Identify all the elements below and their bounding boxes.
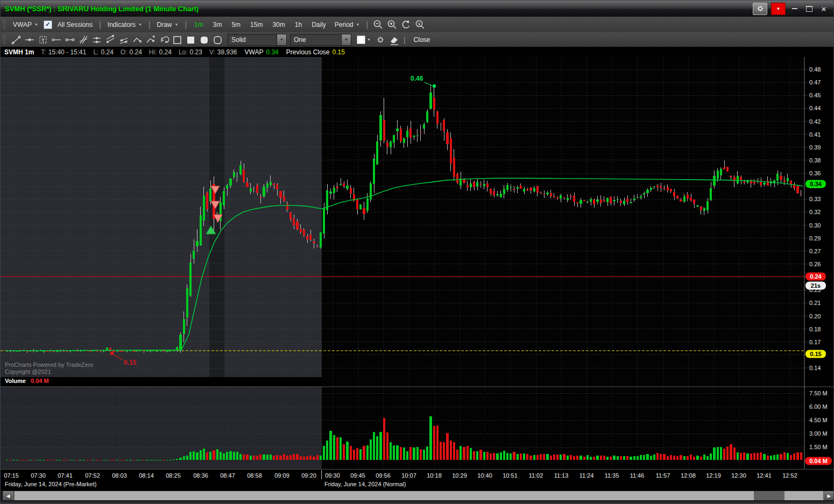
select-dropdown-button[interactable]: ▼ xyxy=(277,34,286,45)
symbol-interval-label: SVMH 1m xyxy=(4,48,34,56)
sloped-channel-tool[interactable] xyxy=(103,33,117,46)
segment-tool[interactable] xyxy=(63,33,76,46)
zoom-one-icon: 1 xyxy=(415,19,425,30)
toolbar-grip[interactable] xyxy=(3,20,6,30)
field-label: Hi: xyxy=(149,48,157,56)
zoom-reset-button[interactable] xyxy=(399,18,413,31)
minimize-button[interactable] xyxy=(789,3,800,14)
rounded-filled-icon xyxy=(199,34,210,46)
parallel-channel-icon xyxy=(91,34,102,46)
volume-pane-header: Volume 0.04 M xyxy=(5,378,49,384)
timeframe-3m[interactable]: 3m xyxy=(208,21,227,29)
price-tick-label: 0.32 xyxy=(809,209,821,215)
settings-button[interactable] xyxy=(753,3,767,15)
time-tick-label: 11:24 xyxy=(579,472,594,479)
title-bar: SVMH (*SSR*) : SRIVARU Holding Limited (… xyxy=(1,1,833,17)
triangle-right-icon: ▶ xyxy=(828,493,831,499)
zoom-out-icon xyxy=(373,19,383,30)
parallel-channel-tool[interactable] xyxy=(90,33,103,46)
trend-line-tool[interactable] xyxy=(9,33,23,46)
square-filled-tool[interactable] xyxy=(184,33,197,46)
timeframe-5m[interactable]: 5m xyxy=(227,21,245,29)
time-axis[interactable]: Friday, June 14, 2024 (Pre-Market) Frida… xyxy=(1,469,834,491)
volume-tick-label: 6.00 M xyxy=(809,403,828,410)
text-tool[interactable]: T xyxy=(36,33,50,46)
caret-down-icon: ▼ xyxy=(280,38,284,41)
scroll-left-button[interactable]: ◀ xyxy=(3,491,13,500)
price-tick-label: 0.39 xyxy=(809,144,821,151)
timeframe-15m[interactable]: 15m xyxy=(245,21,267,29)
rounded-filled-tool[interactable] xyxy=(197,33,211,46)
zoom-out-button[interactable] xyxy=(371,18,385,31)
caret-down-icon[interactable]: ▼ xyxy=(367,38,371,41)
scrollbar-thumb[interactable] xyxy=(15,491,754,500)
indicators-dropdown[interactable]: Indicators ▼ xyxy=(104,21,146,29)
price-tick-label: 0.26 xyxy=(809,261,821,267)
ray-tool[interactable] xyxy=(50,33,63,46)
vwap-field-label: VWAP xyxy=(245,48,264,56)
field-value: 0.24 xyxy=(159,48,172,56)
svg-text:F: F xyxy=(161,37,164,43)
rounded-outline-tool[interactable] xyxy=(211,33,224,46)
toolbar-grip[interactable] xyxy=(3,35,6,45)
time-tick-label: 08:25 xyxy=(166,472,181,479)
time-tick-label: 12:41 xyxy=(757,472,772,479)
crossed-lines-icon xyxy=(78,34,89,46)
flat-channel-tool[interactable] xyxy=(117,33,130,46)
minimize-icon xyxy=(792,8,797,9)
extended-angle-tool[interactable] xyxy=(144,33,157,46)
time-tick-label: 09:45 xyxy=(350,472,365,479)
vwap-dropdown[interactable]: VWAP ▼ xyxy=(9,21,42,29)
watermark-line2: Copyright @2021 xyxy=(5,368,51,375)
timeframe-Daily[interactable]: Daily xyxy=(307,21,331,29)
crossed-lines-tool[interactable] xyxy=(76,33,90,46)
volume-tick-label: 4.50 M xyxy=(809,417,828,423)
time-tick-label: 08:36 xyxy=(193,472,208,479)
close-window-button[interactable]: × xyxy=(818,3,829,14)
draw-dropdown[interactable]: Draw ▼ xyxy=(153,21,182,29)
timeframe-1h[interactable]: 1h xyxy=(290,21,307,29)
color-swatch[interactable] xyxy=(357,36,365,44)
sloped-channel-icon xyxy=(105,34,116,46)
maximize-button[interactable] xyxy=(804,3,815,14)
line-style-select[interactable]: Solid ▼ xyxy=(228,34,287,46)
line-count-select[interactable]: One ▼ xyxy=(290,34,351,46)
caret-down-icon: ▼ xyxy=(138,23,142,26)
scrollbar-end-block[interactable] xyxy=(784,491,823,500)
horizontal-line-midpoint-tool[interactable] xyxy=(23,33,36,46)
scroll-right-button[interactable]: ▶ xyxy=(824,491,834,500)
field-value: 15:40 - 15:41 xyxy=(48,48,87,56)
square-outline-icon xyxy=(172,34,183,46)
vwap-checkbox[interactable]: ✓ xyxy=(44,20,52,29)
volume-tick-label: 7.50 M xyxy=(809,390,828,396)
window-controls: ▼ × xyxy=(753,3,829,15)
time-tick-label: 11:35 xyxy=(605,472,619,479)
square-outline-tool[interactable] xyxy=(171,33,184,46)
svg-text:1: 1 xyxy=(418,22,420,26)
timeframe-1m[interactable]: 1m xyxy=(189,21,208,29)
flat-channel-icon xyxy=(118,34,129,46)
close-draw-toolbar-button[interactable]: Close xyxy=(408,36,436,44)
caret-down-icon: ▼ xyxy=(356,23,359,26)
svg-text:0.34: 0.34 xyxy=(810,181,822,187)
time-tick-label: 07:52 xyxy=(85,472,100,479)
price-tick-label: 0.38 xyxy=(809,157,821,164)
chart-canvas[interactable]: 0.460.150.480.470.450.440.420.410.390.38… xyxy=(1,57,834,469)
field-label: L: xyxy=(93,48,98,56)
angle-tool[interactable] xyxy=(130,33,144,46)
fibonacci-tool[interactable]: F xyxy=(157,33,171,46)
alert-dropdown-button[interactable]: ▼ xyxy=(771,3,786,15)
eraser-button[interactable] xyxy=(387,33,401,46)
zoom-actual-button[interactable]: 1 xyxy=(413,18,427,31)
all-sessions-toggle[interactable]: All Sessions xyxy=(54,21,96,29)
price-tick-label: 0.18 xyxy=(809,326,821,332)
select-dropdown-button[interactable]: ▼ xyxy=(341,34,351,45)
draw-settings-button[interactable] xyxy=(374,33,387,46)
prev-close-field-value: 0.15 xyxy=(333,48,345,56)
zoom-in-button[interactable] xyxy=(385,18,399,31)
period-dropdown[interactable]: Period ▼ xyxy=(331,21,364,29)
time-tick-label: 11:02 xyxy=(529,472,543,479)
timeframe-30m[interactable]: 30m xyxy=(267,21,289,29)
toolbar-separator: | xyxy=(401,36,408,44)
time-tick-label: 09:30 xyxy=(325,472,340,479)
